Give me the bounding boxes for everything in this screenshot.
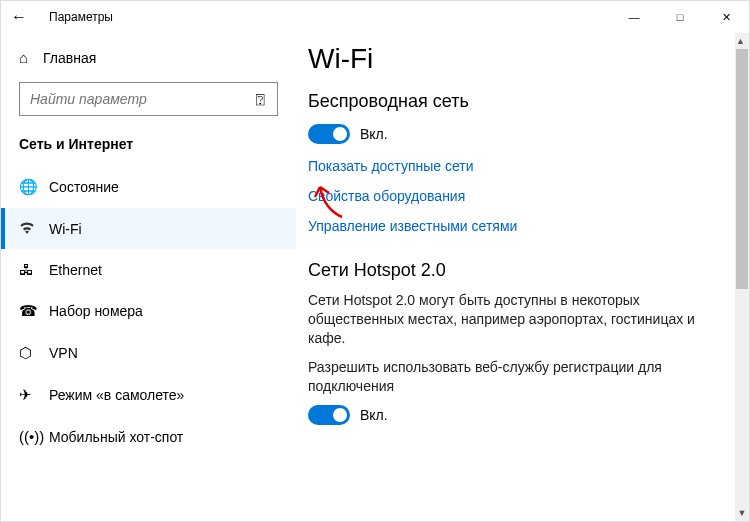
search-input[interactable] [20,91,243,107]
search-box[interactable]: ⍰ [19,82,278,116]
hotspot-icon: ((•)) [19,428,49,445]
wifi-toggle[interactable] [308,124,350,144]
hotspot-heading: Сети Hotspot 2.0 [308,260,721,281]
maximize-button[interactable]: □ [657,1,703,33]
hotspot-description: Сети Hotspot 2.0 могут быть доступны в н… [308,291,721,348]
ethernet-icon: 🖧 [19,261,49,278]
link-manage-known-networks[interactable]: Управление известными сетями [308,218,721,234]
back-button[interactable]: ← [11,8,43,26]
main-scrollbar[interactable]: ▲ ▼ [735,33,749,521]
dialup-icon: ☎ [19,302,49,320]
sidebar-item-wifi[interactable]: Wi-Fi [1,208,296,249]
section-title: Сеть и Интернет [1,126,296,166]
main-content: Wi-Fi Беспроводная сеть Вкл. Показать до… [296,33,735,521]
sidebar-item-label: Ethernet [49,262,102,278]
status-icon: 🌐 [19,178,49,196]
wireless-heading: Беспроводная сеть [308,91,721,112]
sidebar-item-label: Режим «в самолете» [49,387,184,403]
sidebar-item-dialup[interactable]: ☎ Набор номера [1,290,296,332]
hotspot-toggle-label: Вкл. [360,407,388,423]
page-heading: Wi-Fi [308,43,721,75]
sidebar-item-label: Wi-Fi [49,221,82,237]
scroll-thumb[interactable] [736,49,748,289]
search-icon: ⍰ [243,91,277,107]
minimize-button[interactable]: — [611,1,657,33]
airplane-icon: ✈ [19,386,49,404]
hotspot-allow-text: Разрешить использовать веб-службу регист… [308,358,721,396]
link-hardware-properties[interactable]: Свойства оборудования [308,188,721,204]
home-nav[interactable]: ⌂ Главная [1,39,296,76]
sidebar-item-vpn[interactable]: ⬡ VPN [1,332,296,374]
window-title: Параметры [43,10,611,24]
home-icon: ⌂ [19,49,43,66]
scroll-down-icon[interactable]: ▼ [738,505,747,521]
vpn-icon: ⬡ [19,344,49,362]
sidebar-item-ethernet[interactable]: 🖧 Ethernet [1,249,296,290]
sidebar-item-hotspot[interactable]: ((•)) Мобильный хот-спот [1,416,296,457]
sidebar-item-airplane[interactable]: ✈ Режим «в самолете» [1,374,296,416]
sidebar-item-label: Состояние [49,179,119,195]
sidebar-item-label: Мобильный хот-спот [49,429,183,445]
sidebar-item-status[interactable]: 🌐 Состояние [1,166,296,208]
home-label: Главная [43,50,96,66]
sidebar-item-label: VPN [49,345,78,361]
scroll-up-icon[interactable]: ▲ [736,33,748,49]
sidebar: ⌂ Главная ⍰ Сеть и Интернет 🌐 Состояние … [1,33,296,521]
titlebar: ← Параметры — □ ✕ [1,1,749,33]
wifi-toggle-label: Вкл. [360,126,388,142]
close-button[interactable]: ✕ [703,1,749,33]
wifi-icon [19,220,49,237]
link-show-networks[interactable]: Показать доступные сети [308,158,721,174]
sidebar-item-label: Набор номера [49,303,143,319]
hotspot-toggle[interactable] [308,405,350,425]
